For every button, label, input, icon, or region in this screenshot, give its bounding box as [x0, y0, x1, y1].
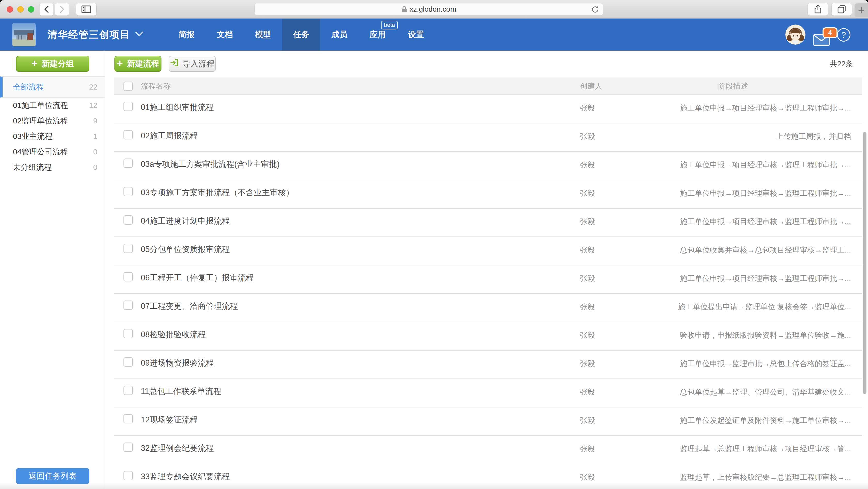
browser-forward-button[interactable] — [55, 3, 69, 16]
row-checkbox[interactable] — [123, 329, 133, 338]
row-checkbox[interactable] — [123, 386, 133, 395]
import-flow-button[interactable]: 导入流程 — [169, 56, 216, 72]
table-header: 流程名称 创建人 阶段描述 — [114, 77, 862, 95]
table-row[interactable]: 12现场签证流程 张毅 施工单位发起签证单及附件资料→施工单位审核→... — [114, 408, 862, 436]
table-row[interactable]: 01施工组织审批流程 张毅 施工单位申报→项目经理审核→监理工程师审批→... — [114, 95, 862, 123]
sidebar-toggle-button[interactable] — [76, 3, 97, 16]
column-header-name: 流程名称 — [141, 77, 171, 95]
flow-creator: 张毅 — [580, 387, 595, 397]
project-logo — [12, 23, 36, 46]
row-checkbox[interactable] — [123, 130, 133, 139]
flow-name[interactable]: 03a专项施工方案审批流程(含业主审批) — [141, 159, 280, 169]
flow-creator: 张毅 — [580, 131, 595, 141]
flow-name[interactable]: 07工程变更、洽商管理流程 — [141, 301, 238, 312]
flow-name[interactable]: 12现场签证流程 — [141, 415, 197, 425]
flow-name[interactable]: 08检验批验收流程 — [141, 329, 206, 340]
url-text: xz.glodon.com — [410, 5, 457, 13]
flow-creator: 张毅 — [580, 330, 595, 340]
table-row[interactable]: 04施工进度计划申报流程 张毅 施工单位申报→项目经理审核→监理工程师审批→..… — [114, 208, 862, 237]
flow-creator: 张毅 — [580, 216, 595, 227]
flow-list-panel: + 新建流程 导入流程 共22条 流程名称 创建人 阶段描述 01施工组织审批流… — [106, 51, 868, 489]
nav-tab[interactable]: 简报 — [167, 19, 206, 51]
address-bar[interactable]: xz.glodon.com — [254, 3, 603, 15]
flow-creator: 张毅 — [580, 273, 595, 284]
question-mark-icon: ? — [841, 30, 846, 40]
window-close-button[interactable] — [7, 6, 13, 13]
group-count: 1 — [93, 132, 97, 141]
new-tab-button[interactable]: + — [855, 3, 868, 17]
row-checkbox[interactable] — [123, 244, 133, 253]
group-count: 0 — [93, 163, 97, 172]
table-row[interactable]: 06工程开工（停复工）报审流程 张毅 施工单位申报→项目经理审核→监理工程师审批… — [114, 265, 862, 294]
row-checkbox[interactable] — [123, 357, 133, 367]
table-row[interactable]: 32监理例会纪要流程 张毅 监理起草→总监理工程师审核→项目经理审核→管... — [114, 436, 862, 464]
flow-name[interactable]: 02施工周报流程 — [141, 131, 197, 141]
group-label: 02监理单位流程 — [13, 116, 68, 126]
group-item[interactable]: 03业主流程 1 — [0, 129, 104, 144]
table-row[interactable]: 05分包单位资质报审流程 张毅 总包单位收集并审核→总包项目经理审核→监理工..… — [114, 237, 862, 265]
nav-tab[interactable]: 任务 — [282, 19, 320, 51]
table-row[interactable]: 11总包工作联系单流程 张毅 总包单位起草→监理、管理公司、清华基建处收文... — [114, 379, 862, 408]
flow-stage-description: 施工单位申报→项目经理审核→监理工程师审批→... — [680, 188, 851, 198]
new-group-button[interactable]: + 新建分组 — [16, 56, 89, 72]
flow-name[interactable]: 06工程开工（停复工）报审流程 — [141, 273, 254, 283]
user-avatar[interactable] — [785, 25, 805, 45]
group-item[interactable]: 01施工单位流程 12 — [0, 98, 104, 113]
tab-overview-button[interactable] — [831, 3, 852, 16]
flow-name[interactable]: 33监理专题会议纪要流程 — [141, 471, 230, 482]
group-count: 9 — [93, 117, 97, 125]
row-checkbox[interactable] — [123, 471, 133, 480]
flow-name[interactable]: 03专项施工方案审批流程（不含业主审核） — [141, 188, 294, 198]
group-item[interactable]: 全部流程 22 — [0, 76, 104, 98]
row-checkbox[interactable] — [123, 102, 133, 111]
project-switcher[interactable]: 清华经管三创项目 — [48, 19, 144, 51]
flow-creator: 张毅 — [580, 444, 595, 454]
window-zoom-button[interactable] — [28, 6, 34, 13]
row-checkbox[interactable] — [123, 215, 133, 225]
nav-tab-label: 应用 — [370, 29, 386, 40]
flow-name[interactable]: 05分包单位资质报审流程 — [141, 244, 230, 255]
group-item[interactable]: 04管理公司流程 0 — [0, 144, 104, 160]
share-button[interactable] — [808, 3, 828, 16]
nav-tab-label: 成员 — [332, 29, 347, 40]
flow-name[interactable]: 04施工进度计划申报流程 — [141, 216, 230, 226]
flow-name[interactable]: 11总包工作联系单流程 — [141, 386, 221, 397]
table-row[interactable]: 02施工周报流程 张毅 上传施工周报，并归档 — [114, 123, 862, 152]
reload-icon[interactable] — [591, 5, 599, 15]
table-row[interactable]: 07工程变更、洽商管理流程 张毅 施工单位提出申请→监理单位 复核会签→监理单位… — [114, 294, 862, 322]
row-checkbox[interactable] — [123, 443, 133, 452]
table-row[interactable]: 08检验批验收流程 张毅 验收申请，申报纸版报验资料→监理单位验收→施... — [114, 322, 862, 351]
nav-tab[interactable]: 设置 — [397, 19, 435, 51]
nav-tab[interactable]: 应用 beta — [359, 19, 397, 51]
new-flow-button[interactable]: + 新建流程 — [115, 56, 161, 72]
nav-tab[interactable]: 文档 — [206, 19, 244, 51]
table-row[interactable]: 33监理专题会议纪要流程 张毅 监理起草，上传审核版纪要→总监理工程师审核→..… — [114, 464, 862, 489]
table-row[interactable]: 03a专项施工方案审批流程(含业主审批) 张毅 施工单位申报→项目经理审核→监理… — [114, 152, 862, 180]
help-button[interactable]: ? — [837, 28, 850, 41]
row-checkbox[interactable] — [123, 300, 133, 310]
table-row[interactable]: 09进场物资报验流程 张毅 施工单位申报→监理审批→总包上传合格的签证盖... — [114, 351, 862, 379]
flow-stage-description: 施工单位申报→项目经理审核→监理工程师审批→... — [680, 103, 851, 113]
import-flow-label: 导入流程 — [182, 58, 214, 69]
nav-tab-label: 文档 — [217, 29, 233, 40]
nav-tab[interactable]: 成员 — [320, 19, 359, 51]
flow-name[interactable]: 32监理例会纪要流程 — [141, 443, 214, 453]
flow-name[interactable]: 01施工组织审批流程 — [141, 102, 214, 112]
row-checkbox[interactable] — [123, 414, 133, 423]
group-item[interactable]: 02监理单位流程 9 — [0, 113, 104, 129]
row-checkbox[interactable] — [123, 187, 133, 196]
browser-back-button[interactable] — [39, 3, 54, 16]
chevron-down-icon — [135, 31, 144, 38]
import-icon — [170, 58, 179, 69]
messages-button[interactable]: 4 — [813, 28, 838, 46]
select-all-checkbox[interactable] — [123, 82, 133, 91]
back-to-tasks-button[interactable]: 返回任务列表 — [16, 468, 89, 484]
nav-tab[interactable]: 模型 — [244, 19, 282, 51]
window-minimize-button[interactable] — [17, 6, 24, 13]
table-row[interactable]: 03专项施工方案审批流程（不含业主审核） 张毅 施工单位申报→项目经理审核→监理… — [114, 180, 862, 208]
flow-name[interactable]: 09进场物资报验流程 — [141, 358, 214, 368]
vertical-scrollbar-thumb[interactable] — [863, 132, 866, 394]
group-item[interactable]: 未分组流程 0 — [0, 160, 104, 175]
row-checkbox[interactable] — [123, 159, 133, 168]
row-checkbox[interactable] — [123, 272, 133, 282]
